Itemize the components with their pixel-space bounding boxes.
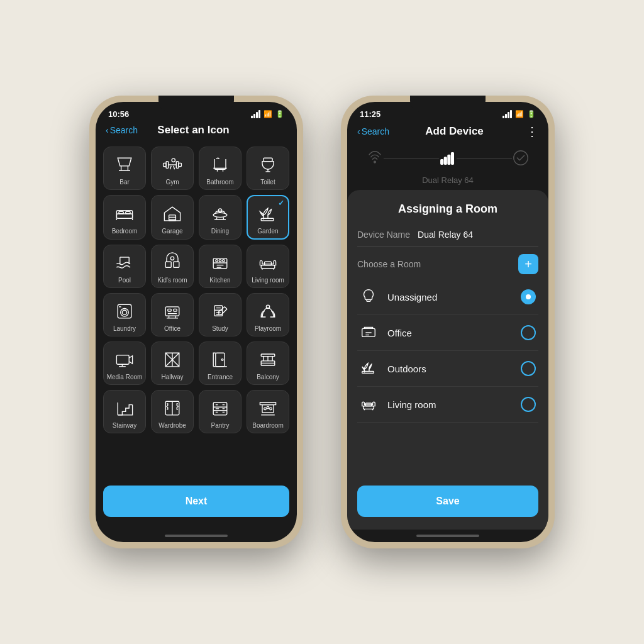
save-button[interactable]: Save [357, 486, 538, 517]
radio-unassigned[interactable] [521, 289, 536, 304]
icon-label-kitchen: Kitchen [209, 277, 230, 284]
icon-label-entrance: Entrance [208, 374, 233, 380]
livingroom-icon [257, 252, 279, 274]
icon-pantry[interactable]: Pantry [199, 390, 242, 433]
icon-bedroom[interactable]: Bedroom [103, 195, 146, 240]
chevron-left-icon2: ‹ [357, 126, 360, 136]
modal-panel: Assigning a Room Device Name Dual Relay … [347, 190, 548, 530]
icon-bathroom[interactable]: Bathroom [199, 147, 242, 190]
icon-playroom[interactable]: Playroom [247, 293, 289, 336]
icon-balcony[interactable]: Balcony [247, 341, 289, 385]
next-button[interactable]: Next [103, 486, 289, 517]
room-list: Unassigned [357, 279, 538, 423]
icon-toilet[interactable]: Toilet [247, 147, 289, 190]
phone2-time: 11:25 [360, 109, 380, 119]
office-icon [161, 300, 184, 323]
icon-garden[interactable]: Garden [247, 195, 289, 240]
bar3b [508, 112, 509, 118]
room-item-outdoors[interactable]: Outdoors [357, 351, 538, 387]
bulb-icon [360, 287, 377, 304]
svg-rect-23 [261, 265, 275, 269]
phone2-back-button[interactable]: ‹ Search [357, 126, 389, 136]
more-menu-icon[interactable]: ⋮ [519, 124, 538, 139]
radio-livingroom[interactable] [521, 397, 536, 412]
signal-icon2 [502, 110, 512, 118]
step-check [512, 149, 530, 167]
wardrobe-icon [161, 397, 184, 419]
icon-gym[interactable]: Gym [151, 147, 194, 190]
icon-dining[interactable]: Dining [199, 195, 242, 240]
icon-pool[interactable]: Pool [103, 245, 146, 288]
room-item-livingroom[interactable]: Living room [357, 387, 538, 423]
room-item-office[interactable]: Office [357, 315, 538, 351]
gym-icon [161, 153, 184, 176]
icon-boardroom[interactable]: Boardroom [247, 390, 289, 433]
icon-label-balcony: Balcony [257, 374, 279, 380]
svg-rect-47 [448, 155, 450, 164]
battery-icon2: 🔋 [527, 110, 536, 118]
icon-label-laundry: Laundry [113, 325, 136, 332]
svg-point-43 [270, 408, 272, 410]
icon-label-livingroom: Living room [252, 277, 284, 284]
svg-rect-7 [116, 214, 132, 218]
icon-hallway[interactable]: Hallway [151, 341, 194, 385]
device-name-field: Device Name Dual Relay 64 [357, 223, 538, 247]
icon-label-office: Office [164, 325, 180, 332]
icon-mediaroom[interactable]: Media Room [103, 341, 146, 385]
bar4b [510, 110, 512, 118]
pool-icon [113, 252, 136, 274]
room-name-unassigned: Unassigned [387, 292, 521, 303]
icon-office[interactable]: Office [151, 293, 194, 336]
icon-wardrobe[interactable]: Wardrobe [151, 390, 194, 433]
entrance-icon [209, 348, 231, 371]
phone2-nav-title: Add Device [389, 125, 519, 138]
bedroom-icon [113, 203, 136, 225]
svg-rect-2 [166, 162, 169, 169]
icon-label-study: Study [212, 325, 228, 332]
room-icon-outdoors [360, 358, 380, 379]
kitchen-icon [209, 252, 231, 274]
icon-label-hallway: Hallway [161, 374, 183, 380]
phone1-home-indicator [96, 530, 297, 542]
laundry-icon [113, 300, 136, 323]
icon-label-pool: Pool [118, 277, 131, 284]
phone2-status-icons: 📶 🔋 [502, 110, 536, 118]
phone2-nav: ‹ Search Add Device ⋮ [347, 121, 548, 144]
svg-rect-3 [176, 162, 179, 169]
icon-livingroom[interactable]: Living room [247, 245, 289, 288]
bar1 [251, 116, 253, 118]
device-screen: Dual Relay 64 Assigning a Room Device Na… [347, 144, 548, 530]
phone1-back-button[interactable]: ‹ Search [106, 125, 138, 135]
icon-laundry[interactable]: Laundry [103, 293, 146, 336]
svg-point-27 [122, 310, 126, 314]
mediaroom-icon [113, 348, 136, 371]
icon-study[interactable]: Study [199, 293, 242, 336]
room-item-unassigned[interactable]: Unassigned [357, 279, 538, 315]
svg-point-26 [121, 309, 129, 317]
toilet-icon [257, 153, 279, 176]
icon-label-dining: Dining [211, 228, 229, 235]
icon-entrance[interactable]: Entrance [199, 341, 242, 385]
add-room-button[interactable]: + [518, 254, 538, 274]
icon-garage[interactable]: Garage [151, 195, 194, 240]
icon-label-garden: Garden [257, 228, 278, 235]
svg-rect-51 [362, 372, 374, 374]
svg-point-5 [172, 158, 175, 162]
bar3 [256, 112, 258, 118]
room-name-office: Office [387, 328, 521, 338]
icon-bar[interactable]: Bar [103, 147, 146, 190]
icon-kitchen[interactable]: Kitchen [199, 245, 242, 288]
radio-outdoors[interactable] [521, 361, 536, 376]
svg-rect-16 [165, 262, 171, 267]
radio-office[interactable] [521, 325, 536, 340]
svg-rect-8 [119, 211, 123, 214]
home-bar [165, 535, 228, 537]
garden-icon [257, 203, 279, 225]
icon-kidsroom[interactable]: Kid's room [151, 245, 194, 288]
step-wifi-icon [366, 149, 384, 167]
svg-rect-24 [265, 262, 272, 265]
icon-stairway[interactable]: Stairway [103, 390, 146, 433]
choose-room-row: Choose a Room + [357, 247, 538, 279]
balcony-icon [257, 348, 279, 371]
step-wifi [366, 149, 384, 167]
